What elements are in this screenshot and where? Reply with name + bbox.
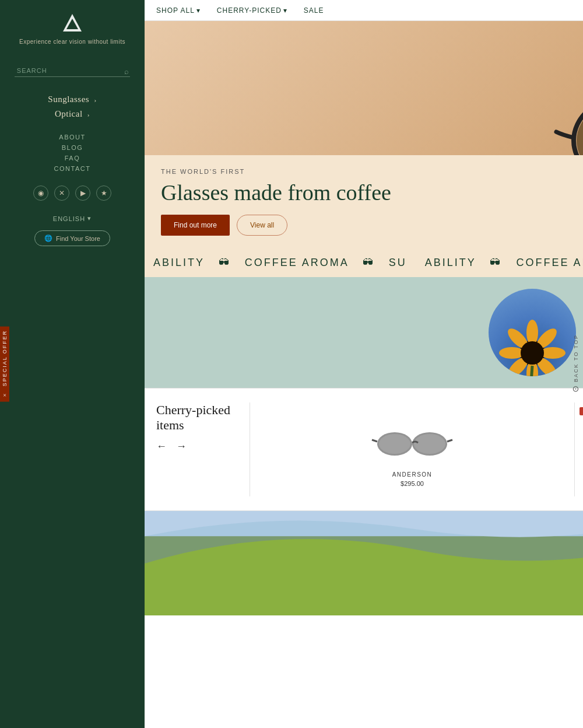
arrow-right-button[interactable]: → bbox=[176, 440, 187, 453]
chevron-icon: › bbox=[87, 111, 90, 118]
sidebar-item-optical[interactable]: Optical › bbox=[0, 107, 145, 121]
sale-banner: SALE bbox=[145, 277, 583, 388]
sunflower-circle bbox=[489, 289, 576, 376]
special-offer-tab[interactable]: SPECIAL OFFER × bbox=[0, 327, 9, 402]
hero-buttons: Find out more View all bbox=[161, 215, 583, 236]
star-icon[interactable]: ★ bbox=[96, 186, 111, 201]
bottom-panels bbox=[145, 510, 583, 615]
svg-line-18 bbox=[531, 366, 532, 376]
arrow-left-button[interactable]: ← bbox=[156, 440, 167, 453]
sidebar-social: ◉ ✕ ▶ ★ bbox=[33, 186, 111, 201]
sidebar-links-nav: ABOUT BLOG FAQ CONTACT bbox=[0, 132, 145, 174]
products-row: ANDERSON $295.00 SALE bbox=[250, 402, 583, 496]
sale-link[interactable]: SALE bbox=[304, 6, 324, 15]
shop-all-link[interactable]: SHOP ALL ▾ bbox=[156, 6, 201, 15]
cherry-picked-title: Cherry-picked items bbox=[156, 402, 238, 433]
product-image-anderson bbox=[371, 424, 453, 464]
bottom-panel-landscape bbox=[145, 511, 583, 615]
landscape-image bbox=[145, 511, 583, 615]
twitter-icon[interactable]: ✕ bbox=[54, 186, 69, 201]
svg-point-17 bbox=[521, 341, 544, 365]
cherry-picked-section: Cherry-picked items ← → bbox=[145, 388, 583, 510]
sidebar-main-nav: Sunglasses › Optical › bbox=[0, 92, 145, 121]
back-to-top-button[interactable]: BACK TO TOP ⊙ bbox=[571, 334, 581, 394]
hero-section: THE WORLD'S FIRST Glasses made from coff… bbox=[145, 21, 583, 249]
product-card-anderson-krasa: SALE ANDERSON KRASA bbox=[575, 402, 583, 496]
chevron-down-icon: ▾ bbox=[196, 6, 201, 15]
carousel-arrows: ← → bbox=[156, 440, 238, 453]
view-all-button[interactable]: View all bbox=[237, 215, 287, 236]
youtube-icon[interactable]: ▶ bbox=[75, 186, 90, 201]
svg-point-31 bbox=[414, 434, 445, 454]
sidebar-item-sunglasses[interactable]: Sunglasses › bbox=[0, 92, 145, 107]
marquee-strip: ABILITY 🕶 COFFEE AROMA 🕶 SU ABILITY 🕶 CO… bbox=[145, 249, 583, 277]
sidebar-item-contact[interactable]: CONTACT bbox=[0, 163, 145, 174]
hero-text-area: THE WORLD'S FIRST Glasses made from coff… bbox=[145, 155, 583, 249]
sidebar: Experience clear vision without limits ⌕… bbox=[0, 0, 145, 728]
globe-icon: 🌐 bbox=[44, 235, 52, 242]
product-sunglasses-1 bbox=[371, 425, 453, 463]
product-card-anderson: ANDERSON $295.00 bbox=[250, 402, 575, 496]
circle-arrow-icon: ⊙ bbox=[571, 386, 581, 394]
marquee-content: ABILITY 🕶 COFFEE AROMA 🕶 SU ABILITY 🕶 CO… bbox=[145, 257, 583, 269]
hero-headline: Glasses made from coffee bbox=[161, 180, 583, 205]
product-name-1: ANDERSON bbox=[392, 471, 433, 478]
hero-eyebrow: THE WORLD'S FIRST bbox=[161, 168, 583, 175]
sale-badge: SALE bbox=[580, 407, 583, 415]
chevron-icon: › bbox=[94, 96, 96, 103]
cherry-picked-header: Cherry-picked items ← → bbox=[156, 402, 583, 496]
sidebar-tagline: Experience clear vision without limits bbox=[19, 38, 125, 45]
svg-line-33 bbox=[447, 440, 452, 442]
cherry-picked-link[interactable]: CHERRY-PICKED ▾ bbox=[217, 6, 287, 15]
main-content: SHOP ALL ▾ CHERRY-PICKED ▾ SALE AVANTE L… bbox=[145, 0, 583, 728]
sidebar-logo: Experience clear vision without limits bbox=[19, 12, 125, 45]
sidebar-search-container: ⌕ bbox=[15, 65, 130, 77]
search-icon: ⌕ bbox=[124, 67, 129, 76]
find-store-button[interactable]: 🌐 Find Your Store bbox=[34, 230, 110, 246]
close-icon[interactable]: × bbox=[3, 391, 6, 398]
logo-icon bbox=[61, 12, 84, 35]
find-out-more-button[interactable]: Find out more bbox=[161, 215, 230, 236]
sidebar-item-blog[interactable]: BLOG bbox=[0, 142, 145, 153]
search-input[interactable] bbox=[15, 65, 130, 77]
special-offer-label: SPECIAL OFFER bbox=[2, 330, 8, 387]
svg-line-32 bbox=[372, 440, 377, 442]
chevron-down-icon: ▾ bbox=[87, 215, 92, 222]
svg-point-29 bbox=[379, 434, 410, 454]
product-price-1: $295.00 bbox=[401, 480, 424, 487]
cherry-picked-title-area: Cherry-picked items ← → bbox=[156, 402, 238, 453]
sidebar-item-about[interactable]: ABOUT bbox=[0, 132, 145, 142]
sidebar-item-faq[interactable]: FAQ bbox=[0, 153, 145, 163]
instagram-icon[interactable]: ◉ bbox=[33, 186, 48, 201]
chevron-down-icon: ▾ bbox=[283, 6, 287, 15]
sunflower-image bbox=[491, 300, 573, 376]
top-nav: SHOP ALL ▾ CHERRY-PICKED ▾ SALE AVANTE L… bbox=[145, 0, 583, 21]
language-selector[interactable]: ENGLISH ▾ bbox=[53, 215, 92, 222]
